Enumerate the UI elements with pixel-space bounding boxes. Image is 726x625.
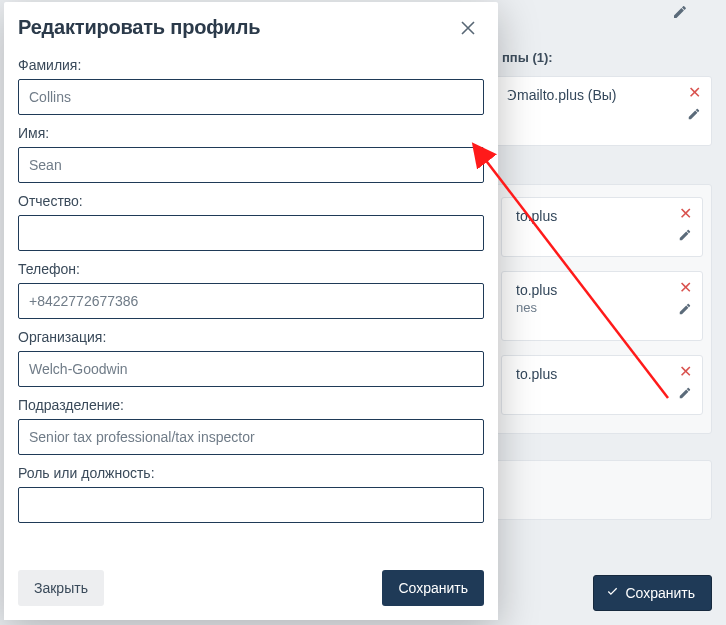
lastname-group: Фамилия: — [18, 57, 484, 115]
modal-close-button[interactable] — [456, 16, 480, 43]
phone-group: Телефон: — [18, 261, 484, 319]
modal-body: Фамилия: Имя: Отчество: Телефон: Организ… — [4, 53, 498, 558]
org-input[interactable] — [18, 351, 484, 387]
dept-label: Подразделение: — [18, 397, 484, 413]
role-input[interactable] — [18, 487, 484, 523]
modal-close-btn[interactable]: Закрыть — [18, 570, 104, 606]
firstname-input[interactable] — [18, 147, 484, 183]
patronymic-label: Отчество: — [18, 193, 484, 209]
org-label: Организация: — [18, 329, 484, 345]
org-group: Организация: — [18, 329, 484, 387]
edit-profile-modal: Редактировать профиль Фамилия: Имя: Отче… — [4, 2, 498, 620]
role-label: Роль или должность: — [18, 465, 484, 481]
patronymic-input[interactable] — [18, 215, 484, 251]
phone-label: Телефон: — [18, 261, 484, 277]
close-icon — [458, 18, 478, 38]
role-group: Роль или должность: — [18, 465, 484, 523]
firstname-label: Имя: — [18, 125, 484, 141]
modal-overlay: Редактировать профиль Фамилия: Имя: Отче… — [0, 0, 726, 625]
lastname-label: Фамилия: — [18, 57, 484, 73]
firstname-group: Имя: — [18, 125, 484, 183]
modal-footer: Закрыть Сохранить — [4, 558, 498, 620]
patronymic-group: Отчество: — [18, 193, 484, 251]
modal-title: Редактировать профиль — [18, 16, 260, 39]
phone-input[interactable] — [18, 283, 484, 319]
dept-group: Подразделение: — [18, 397, 484, 455]
modal-save-btn[interactable]: Сохранить — [382, 570, 484, 606]
dept-input[interactable] — [18, 419, 484, 455]
modal-header: Редактировать профиль — [4, 2, 498, 53]
lastname-input[interactable] — [18, 79, 484, 115]
